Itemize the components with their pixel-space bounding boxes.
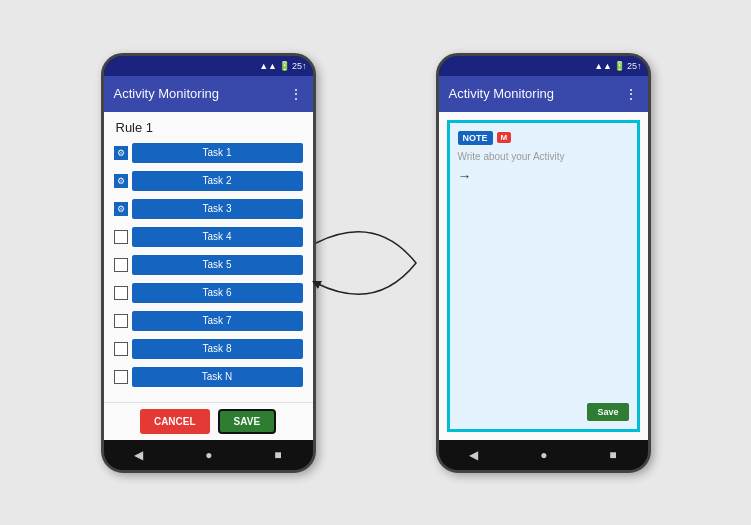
task-item-n[interactable]: Task N xyxy=(114,365,303,389)
edit-arrow: → xyxy=(458,168,629,184)
task-item-8[interactable]: Task 8 xyxy=(114,337,303,361)
task4-btn[interactable]: Task 4 xyxy=(132,227,303,247)
phone1-status-bar: ▲▲ 🔋 25↑ xyxy=(104,56,313,76)
phone2-status-icons: ▲▲ 🔋 25↑ xyxy=(594,61,641,71)
task6-btn[interactable]: Task 6 xyxy=(132,283,303,303)
task-item-2[interactable]: Task 2 xyxy=(114,169,303,193)
phone1-menu-icon[interactable]: ⋮ xyxy=(289,86,303,102)
task-item-5[interactable]: Task 5 xyxy=(114,253,303,277)
task5-checkbox[interactable] xyxy=(114,258,128,272)
task7-btn[interactable]: Task 7 xyxy=(132,311,303,331)
save-button[interactable]: SAVE xyxy=(218,409,277,434)
task3-checkbox[interactable] xyxy=(114,202,128,216)
task2-btn[interactable]: Task 2 xyxy=(132,171,303,191)
task-list: Task 1 Task 2 Task 3 xyxy=(104,139,313,402)
scene: ▲▲ 🔋 25↑ Activity Monitoring ⋮ Rule 1 xyxy=(0,0,751,525)
back-button[interactable]: ◀ xyxy=(134,448,143,462)
phone1-signal-icon: ▲▲ xyxy=(259,61,277,71)
task8-checkbox[interactable] xyxy=(114,342,128,356)
note-label: NOTE xyxy=(458,131,493,145)
edit-placeholder: Write about your Activity xyxy=(458,151,629,162)
connector-arrow xyxy=(316,213,436,313)
phone2-home-button[interactable]: ● xyxy=(540,448,547,462)
phone1-bottom-buttons: CANCEL SAVE xyxy=(104,402,313,440)
task-item-7[interactable]: Task 7 xyxy=(114,309,303,333)
cancel-button[interactable]: CANCEL xyxy=(140,409,210,434)
task1-checkbox[interactable] xyxy=(114,146,128,160)
task3-btn[interactable]: Task 3 xyxy=(132,199,303,219)
task6-checkbox[interactable] xyxy=(114,286,128,300)
phone2-wifi-icon: 🔋 xyxy=(614,61,625,71)
phone2-screen: NOTE M Write about your Activity → Save xyxy=(439,112,648,440)
phone2: ▲▲ 🔋 25↑ Activity Monitoring ⋮ NOTE M Wr… xyxy=(436,53,651,473)
task1-btn[interactable]: Task 1 xyxy=(132,143,303,163)
phone1-status-icons: ▲▲ 🔋 25↑ xyxy=(259,61,306,71)
task-item-3[interactable]: Task 3 xyxy=(114,197,303,221)
task4-checkbox[interactable] xyxy=(114,230,128,244)
note-badge: M xyxy=(497,132,512,143)
save-row: Save xyxy=(458,403,629,421)
task8-btn[interactable]: Task 8 xyxy=(132,339,303,359)
taskn-btn[interactable]: Task N xyxy=(132,367,303,387)
task7-checkbox[interactable] xyxy=(114,314,128,328)
phone1-screen: Rule 1 Task 1 Task 2 xyxy=(104,112,313,440)
rule-label: Rule 1 xyxy=(104,112,313,139)
phone2-nav-bar: ◀ ● ■ xyxy=(439,440,648,470)
home-button[interactable]: ● xyxy=(205,448,212,462)
phone1-nav-bar: ◀ ● ■ xyxy=(104,440,313,470)
task2-checkbox[interactable] xyxy=(114,174,128,188)
phone2-recent-button[interactable]: ■ xyxy=(609,448,616,462)
task-item-6[interactable]: Task 6 xyxy=(114,281,303,305)
phone2-signal-icon: ▲▲ xyxy=(594,61,612,71)
phone1-app-bar: Activity Monitoring ⋮ xyxy=(104,76,313,112)
task-item-4[interactable]: Task 4 xyxy=(114,225,303,249)
phone1-wifi-icon: 🔋 xyxy=(279,61,290,71)
phone2-status-bar: ▲▲ 🔋 25↑ xyxy=(439,56,648,76)
phone2-back-button[interactable]: ◀ xyxy=(469,448,478,462)
phone1-time: 25↑ xyxy=(292,61,307,71)
taskn-checkbox[interactable] xyxy=(114,370,128,384)
phone1: ▲▲ 🔋 25↑ Activity Monitoring ⋮ Rule 1 xyxy=(101,53,316,473)
phone2-time: 25↑ xyxy=(627,61,642,71)
phones-container: ▲▲ 🔋 25↑ Activity Monitoring ⋮ Rule 1 xyxy=(101,53,651,473)
task5-btn[interactable]: Task 5 xyxy=(132,255,303,275)
phone2-menu-icon[interactable]: ⋮ xyxy=(624,86,638,102)
phone2-save-button[interactable]: Save xyxy=(587,403,628,421)
edit-header: NOTE M xyxy=(458,131,629,145)
edit-card: NOTE M Write about your Activity → Save xyxy=(447,120,640,432)
phone1-app-title: Activity Monitoring xyxy=(114,86,289,101)
recent-button[interactable]: ■ xyxy=(274,448,281,462)
phone2-app-bar: Activity Monitoring ⋮ xyxy=(439,76,648,112)
task-item-1[interactable]: Task 1 xyxy=(114,141,303,165)
phone2-app-title: Activity Monitoring xyxy=(449,86,624,101)
